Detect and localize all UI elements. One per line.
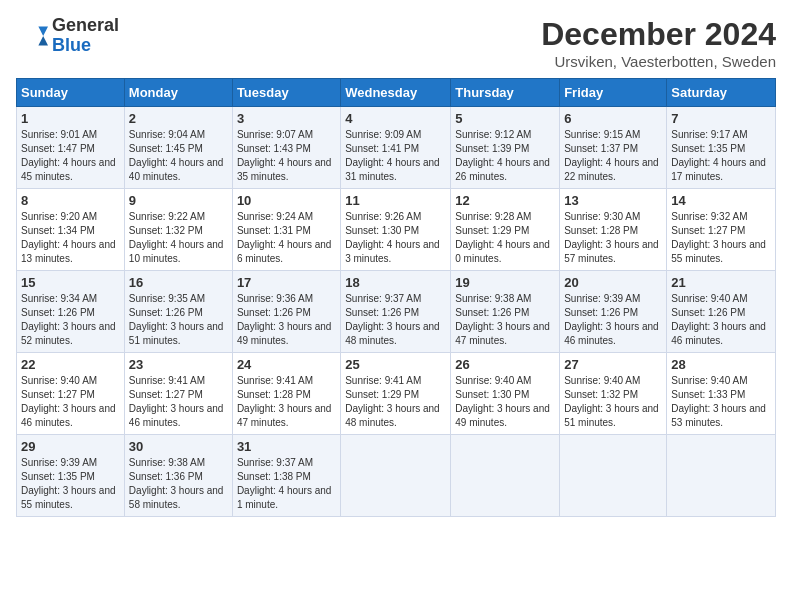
day-number: 14 (671, 193, 771, 208)
day-info: Sunrise: 9:24 AMSunset: 1:31 PMDaylight:… (237, 210, 336, 266)
day-number: 13 (564, 193, 662, 208)
calendar-cell: 29Sunrise: 9:39 AMSunset: 1:35 PMDayligh… (17, 435, 125, 517)
day-info: Sunrise: 9:41 AMSunset: 1:29 PMDaylight:… (345, 374, 446, 430)
svg-marker-1 (38, 36, 48, 46)
day-number: 28 (671, 357, 771, 372)
calendar-cell (560, 435, 667, 517)
header: General Blue December 2024 Ursviken, Vae… (16, 16, 776, 70)
calendar-cell: 28Sunrise: 9:40 AMSunset: 1:33 PMDayligh… (667, 353, 776, 435)
day-info: Sunrise: 9:01 AMSunset: 1:47 PMDaylight:… (21, 128, 120, 184)
calendar-week-1: 1Sunrise: 9:01 AMSunset: 1:47 PMDaylight… (17, 107, 776, 189)
calendar-cell: 16Sunrise: 9:35 AMSunset: 1:26 PMDayligh… (124, 271, 232, 353)
header-cell-saturday: Saturday (667, 79, 776, 107)
day-number: 17 (237, 275, 336, 290)
calendar-cell: 21Sunrise: 9:40 AMSunset: 1:26 PMDayligh… (667, 271, 776, 353)
calendar-cell: 7Sunrise: 9:17 AMSunset: 1:35 PMDaylight… (667, 107, 776, 189)
header-cell-wednesday: Wednesday (341, 79, 451, 107)
calendar-week-5: 29Sunrise: 9:39 AMSunset: 1:35 PMDayligh… (17, 435, 776, 517)
day-number: 22 (21, 357, 120, 372)
day-number: 16 (129, 275, 228, 290)
calendar-cell: 3Sunrise: 9:07 AMSunset: 1:43 PMDaylight… (232, 107, 340, 189)
day-number: 3 (237, 111, 336, 126)
calendar: SundayMondayTuesdayWednesdayThursdayFrid… (16, 78, 776, 517)
day-info: Sunrise: 9:41 AMSunset: 1:28 PMDaylight:… (237, 374, 336, 430)
header-cell-sunday: Sunday (17, 79, 125, 107)
calendar-cell: 23Sunrise: 9:41 AMSunset: 1:27 PMDayligh… (124, 353, 232, 435)
day-info: Sunrise: 9:22 AMSunset: 1:32 PMDaylight:… (129, 210, 228, 266)
calendar-cell: 5Sunrise: 9:12 AMSunset: 1:39 PMDaylight… (451, 107, 560, 189)
logo-general: General (52, 16, 119, 36)
day-info: Sunrise: 9:28 AMSunset: 1:29 PMDaylight:… (455, 210, 555, 266)
day-info: Sunrise: 9:35 AMSunset: 1:26 PMDaylight:… (129, 292, 228, 348)
main-title: December 2024 (541, 16, 776, 53)
calendar-cell: 17Sunrise: 9:36 AMSunset: 1:26 PMDayligh… (232, 271, 340, 353)
day-number: 1 (21, 111, 120, 126)
logo-text: General Blue (52, 16, 119, 56)
day-info: Sunrise: 9:26 AMSunset: 1:30 PMDaylight:… (345, 210, 446, 266)
calendar-cell: 14Sunrise: 9:32 AMSunset: 1:27 PMDayligh… (667, 189, 776, 271)
day-number: 6 (564, 111, 662, 126)
day-info: Sunrise: 9:38 AMSunset: 1:26 PMDaylight:… (455, 292, 555, 348)
day-number: 23 (129, 357, 228, 372)
day-info: Sunrise: 9:40 AMSunset: 1:27 PMDaylight:… (21, 374, 120, 430)
day-number: 10 (237, 193, 336, 208)
calendar-cell: 8Sunrise: 9:20 AMSunset: 1:34 PMDaylight… (17, 189, 125, 271)
day-number: 21 (671, 275, 771, 290)
calendar-cell: 13Sunrise: 9:30 AMSunset: 1:28 PMDayligh… (560, 189, 667, 271)
day-number: 4 (345, 111, 446, 126)
calendar-cell (341, 435, 451, 517)
day-info: Sunrise: 9:32 AMSunset: 1:27 PMDaylight:… (671, 210, 771, 266)
calendar-cell (451, 435, 560, 517)
day-info: Sunrise: 9:38 AMSunset: 1:36 PMDaylight:… (129, 456, 228, 512)
day-number: 20 (564, 275, 662, 290)
calendar-header: SundayMondayTuesdayWednesdayThursdayFrid… (17, 79, 776, 107)
day-number: 11 (345, 193, 446, 208)
day-number: 9 (129, 193, 228, 208)
calendar-cell: 4Sunrise: 9:09 AMSunset: 1:41 PMDaylight… (341, 107, 451, 189)
calendar-cell: 10Sunrise: 9:24 AMSunset: 1:31 PMDayligh… (232, 189, 340, 271)
day-info: Sunrise: 9:39 AMSunset: 1:35 PMDaylight:… (21, 456, 120, 512)
day-info: Sunrise: 9:41 AMSunset: 1:27 PMDaylight:… (129, 374, 228, 430)
calendar-cell: 1Sunrise: 9:01 AMSunset: 1:47 PMDaylight… (17, 107, 125, 189)
calendar-cell (667, 435, 776, 517)
day-number: 2 (129, 111, 228, 126)
day-info: Sunrise: 9:40 AMSunset: 1:30 PMDaylight:… (455, 374, 555, 430)
calendar-cell: 20Sunrise: 9:39 AMSunset: 1:26 PMDayligh… (560, 271, 667, 353)
title-area: December 2024 Ursviken, Vaesterbotten, S… (541, 16, 776, 70)
day-number: 5 (455, 111, 555, 126)
day-info: Sunrise: 9:39 AMSunset: 1:26 PMDaylight:… (564, 292, 662, 348)
day-number: 24 (237, 357, 336, 372)
calendar-cell: 18Sunrise: 9:37 AMSunset: 1:26 PMDayligh… (341, 271, 451, 353)
day-info: Sunrise: 9:30 AMSunset: 1:28 PMDaylight:… (564, 210, 662, 266)
day-number: 29 (21, 439, 120, 454)
day-info: Sunrise: 9:40 AMSunset: 1:26 PMDaylight:… (671, 292, 771, 348)
calendar-cell: 12Sunrise: 9:28 AMSunset: 1:29 PMDayligh… (451, 189, 560, 271)
logo: General Blue (16, 16, 119, 56)
calendar-cell: 22Sunrise: 9:40 AMSunset: 1:27 PMDayligh… (17, 353, 125, 435)
day-info: Sunrise: 9:04 AMSunset: 1:45 PMDaylight:… (129, 128, 228, 184)
day-info: Sunrise: 9:20 AMSunset: 1:34 PMDaylight:… (21, 210, 120, 266)
day-number: 25 (345, 357, 446, 372)
calendar-cell: 26Sunrise: 9:40 AMSunset: 1:30 PMDayligh… (451, 353, 560, 435)
calendar-cell: 15Sunrise: 9:34 AMSunset: 1:26 PMDayligh… (17, 271, 125, 353)
day-number: 8 (21, 193, 120, 208)
calendar-cell: 24Sunrise: 9:41 AMSunset: 1:28 PMDayligh… (232, 353, 340, 435)
calendar-cell: 31Sunrise: 9:37 AMSunset: 1:38 PMDayligh… (232, 435, 340, 517)
day-info: Sunrise: 9:37 AMSunset: 1:26 PMDaylight:… (345, 292, 446, 348)
day-info: Sunrise: 9:12 AMSunset: 1:39 PMDaylight:… (455, 128, 555, 184)
day-info: Sunrise: 9:40 AMSunset: 1:32 PMDaylight:… (564, 374, 662, 430)
day-number: 27 (564, 357, 662, 372)
logo-icon (16, 20, 48, 52)
calendar-cell: 19Sunrise: 9:38 AMSunset: 1:26 PMDayligh… (451, 271, 560, 353)
header-row: SundayMondayTuesdayWednesdayThursdayFrid… (17, 79, 776, 107)
calendar-cell: 2Sunrise: 9:04 AMSunset: 1:45 PMDaylight… (124, 107, 232, 189)
day-info: Sunrise: 9:34 AMSunset: 1:26 PMDaylight:… (21, 292, 120, 348)
day-number: 18 (345, 275, 446, 290)
day-number: 15 (21, 275, 120, 290)
logo-blue: Blue (52, 36, 119, 56)
day-info: Sunrise: 9:17 AMSunset: 1:35 PMDaylight:… (671, 128, 771, 184)
header-cell-thursday: Thursday (451, 79, 560, 107)
day-number: 30 (129, 439, 228, 454)
day-info: Sunrise: 9:36 AMSunset: 1:26 PMDaylight:… (237, 292, 336, 348)
header-cell-friday: Friday (560, 79, 667, 107)
